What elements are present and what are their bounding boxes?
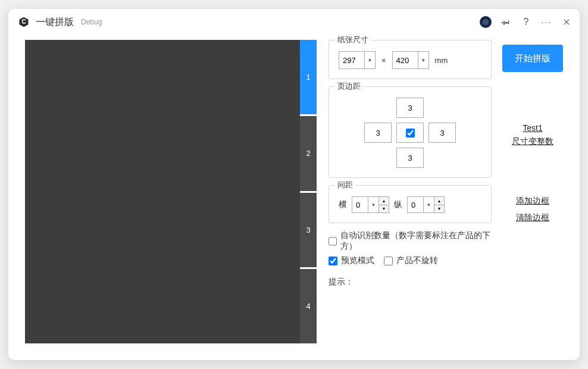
spacing-v-label: 纵 [394, 199, 402, 210]
thumb-1[interactable]: 1 [300, 40, 317, 116]
no-rotate-label: 产品不旋转 [396, 255, 438, 266]
controls-pane: 纸张尺寸 ▼ × ▼ mm 页 [329, 40, 563, 343]
margins-group: 页边距 3 3 3 3 [329, 86, 492, 178]
preview-mode-label: 预览模式 [341, 255, 374, 266]
size-int-link[interactable]: 尺寸变整数 [512, 136, 553, 147]
spacing-v-spinner[interactable]: ▼ ▲ ▼ [407, 196, 445, 213]
margin-top-input[interactable]: 3 [396, 98, 424, 118]
link-group-1: Test1 尺寸变整数 [512, 123, 553, 147]
paper-width-input[interactable] [339, 52, 364, 68]
content-area: 1 2 3 4 纸张尺寸 ▼ × [8, 35, 580, 360]
auto-detect-row[interactable]: 自动识别数量（数字需要标注在产品的下方） [329, 230, 492, 252]
paper-height-combo[interactable]: ▼ [392, 51, 429, 69]
preview-pane: 1 2 3 4 [25, 40, 317, 343]
pin-icon[interactable] [500, 16, 512, 28]
hint-label: 提示： [329, 277, 492, 287]
paper-width-combo[interactable]: ▼ [339, 51, 376, 69]
paper-height-input[interactable] [393, 52, 418, 68]
app-window: C 一键拼版 Debug ? ··· 1 2 3 4 [8, 9, 580, 360]
thumb-3[interactable]: 3 [300, 193, 317, 269]
more-icon[interactable]: ··· [540, 16, 552, 28]
times-symbol: × [381, 56, 386, 65]
titlebar: C 一键拼版 Debug ? ··· [8, 9, 580, 35]
margin-right-input[interactable]: 3 [429, 123, 456, 143]
margin-left-input[interactable]: 3 [364, 123, 392, 143]
spacing-v-input[interactable] [408, 197, 423, 212]
spacing-legend: 间距 [335, 180, 355, 190]
test1-link[interactable]: Test1 [523, 123, 542, 133]
spin-up-icon[interactable]: ▲ [434, 197, 444, 205]
spacing-group: 间距 横 ▼ ▲ ▼ 纵 [329, 185, 492, 223]
svg-point-2 [483, 20, 488, 24]
link-group-2: 添加边框 清除边框 [516, 196, 549, 223]
spin-up-icon[interactable]: ▲ [379, 197, 389, 205]
clear-border-link[interactable]: 清除边框 [516, 212, 549, 223]
thumb-column: 1 2 3 4 [300, 40, 317, 343]
auto-detect-label: 自动识别数量（数字需要标注在产品的下方） [340, 230, 492, 252]
svg-point-3 [485, 21, 487, 23]
spacing-h-label: 横 [339, 199, 347, 210]
auto-detect-checkbox[interactable] [329, 237, 337, 246]
spin-down-icon[interactable]: ▼ [379, 205, 389, 213]
chevron-down-icon[interactable]: ▼ [418, 52, 429, 68]
preview-mode-checkbox[interactable] [329, 257, 337, 265]
chevron-down-icon[interactable]: ▼ [368, 197, 379, 212]
app-subtitle: Debug [81, 18, 102, 26]
spacing-h-spinner[interactable]: ▼ ▲ ▼ [352, 196, 389, 213]
start-button[interactable]: 开始拼版 [502, 45, 563, 72]
options-checks: 自动识别数量（数字需要标注在产品的下方） 预览模式 产品不旋转 [329, 230, 492, 266]
app-title: 一键拼版 [36, 16, 74, 29]
actions-column: 开始拼版 Test1 尺寸变整数 添加边框 清除边框 [502, 40, 563, 343]
preview-canvas[interactable] [25, 40, 300, 343]
sync-icon[interactable] [480, 16, 492, 28]
no-rotate-checkbox[interactable] [384, 257, 393, 265]
paper-size-legend: 纸张尺寸 [335, 35, 371, 45]
paper-size-group: 纸张尺寸 ▼ × ▼ mm [329, 40, 492, 79]
spin-down-icon[interactable]: ▼ [434, 205, 444, 213]
thumb-2[interactable]: 2 [300, 116, 317, 192]
app-logo-icon: C [18, 16, 30, 28]
titlebar-actions: ? ··· [480, 16, 573, 28]
margin-lock-cell[interactable] [396, 123, 424, 143]
controls-column: 纸张尺寸 ▼ × ▼ mm 页 [329, 40, 492, 343]
svg-text:C: C [21, 18, 26, 25]
add-border-link[interactable]: 添加边框 [516, 196, 549, 207]
chevron-down-icon[interactable]: ▼ [423, 197, 434, 212]
thumb-4[interactable]: 4 [300, 269, 317, 343]
margin-lock-checkbox[interactable] [406, 129, 415, 137]
preview-mode-row[interactable]: 预览模式 [329, 255, 374, 266]
unit-label: mm [435, 56, 448, 65]
margin-bottom-input[interactable]: 3 [396, 148, 424, 168]
help-icon[interactable]: ? [520, 16, 532, 28]
chevron-down-icon[interactable]: ▼ [364, 52, 375, 68]
spacing-h-input[interactable] [352, 197, 368, 212]
close-icon[interactable] [561, 16, 573, 28]
margins-legend: 页边距 [335, 81, 363, 92]
no-rotate-row[interactable]: 产品不旋转 [384, 255, 438, 266]
